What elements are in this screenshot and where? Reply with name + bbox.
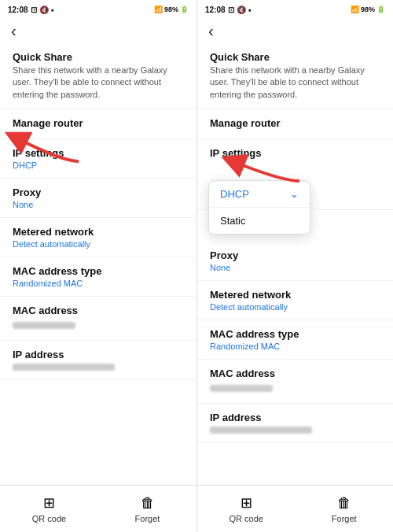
dot-icon: ● (51, 7, 54, 13)
status-right-right: 📶 98% 🔋 (351, 6, 385, 13)
section-ip-settings-right[interactable]: IP settings DHCP ⌄ Static (197, 139, 393, 210)
quick-share-sub-left: Share this network with a nearby Galaxy … (13, 65, 184, 101)
status-left-right: 12:08 ⊡ 🔇 ● (205, 6, 252, 14)
content-left: Quick Share Share this network with a ne… (0, 43, 196, 532)
quick-share-title-left: Quick Share (13, 51, 184, 63)
manage-router-title-right: Manage router (210, 117, 380, 129)
screenshot-icon: ⊡ (31, 6, 37, 14)
ip-settings-title-left: IP settings (13, 147, 184, 159)
status-right-left: 📶 98% 🔋 (154, 6, 189, 13)
bottom-bar-right: ⊞ QR code 🗑 Forget (197, 485, 393, 532)
metered-value-right: Detect automatically (210, 302, 380, 312)
dot-icon-r: ● (248, 7, 252, 13)
mac-blurred-right (210, 385, 273, 392)
battery-text: 98% (164, 6, 178, 13)
manage-router-title-left: Manage router (13, 117, 184, 129)
dropdown-static[interactable]: Static (209, 207, 310, 234)
bottom-bar-left: ⊞ QR code 🗑 Forget (0, 485, 196, 532)
quick-share-title-right: Quick Share (210, 51, 380, 63)
section-metered-left[interactable]: Metered network Detect automatically (0, 218, 196, 257)
section-mac-left: MAC address (0, 297, 196, 341)
chevron-down-icon: ⌄ (290, 188, 299, 200)
ip-settings-title-right: IP settings (210, 147, 380, 159)
ip-addr-blurred-left (13, 364, 115, 371)
ip-settings-value-left: DHCP (13, 161, 184, 170)
metered-value-left: Detect automatically (13, 239, 184, 249)
content-right: Quick Share Share this network with a ne… (197, 43, 393, 532)
section-manage-router-left[interactable]: Manage router (0, 109, 196, 139)
section-manage-router-right[interactable]: Manage router (197, 109, 393, 139)
qr-icon-right: ⊞ (241, 494, 252, 512)
mac-blurred-left (13, 322, 75, 329)
battery-text-r: 98% (361, 6, 375, 13)
status-bar-right: 12:08 ⊡ 🔇 ● 📶 98% 🔋 (197, 0, 393, 17)
static-label: Static (220, 215, 246, 227)
right-panel: 12:08 ⊡ 🔇 ● 📶 98% 🔋 ‹ Quick Share Share … (196, 0, 393, 532)
section-mac-type-right[interactable]: MAC address type Randomized MAC (197, 320, 393, 360)
ip-addr-title-left: IP address (13, 349, 184, 360)
dropdown-dhcp[interactable]: DHCP ⌄ (209, 181, 310, 207)
qr-icon-left: ⊞ (43, 494, 55, 512)
section-proxy-left[interactable]: Proxy None (0, 179, 196, 218)
time-right: 12:08 (205, 6, 226, 14)
mac-title-right: MAC address (210, 368, 380, 379)
sound-icon: 🔇 (39, 6, 49, 14)
back-button-right[interactable]: ‹ (197, 17, 393, 43)
battery-icon: 🔋 (180, 6, 189, 13)
metered-title-right: Metered network (210, 289, 380, 301)
qr-code-button-left[interactable]: ⊞ QR code (0, 488, 98, 530)
qr-code-label-left: QR code (32, 514, 66, 523)
section-quick-share-right: Quick Share Share this network with a ne… (197, 43, 393, 109)
quick-share-sub-right: Share this network with a nearby Galaxy … (210, 65, 380, 101)
left-panel: 12:08 ⊡ 🔇 ● 📶 98% 🔋 ‹ Quick Share Share … (0, 0, 196, 532)
section-metered-right[interactable]: Metered network Detect automatically (197, 281, 393, 320)
back-button-left[interactable]: ‹ (0, 17, 196, 43)
forget-button-left[interactable]: 🗑 Forget (98, 489, 196, 530)
section-proxy-right[interactable]: Proxy None (197, 242, 393, 281)
status-left: 12:08 ⊡ 🔇 ● (8, 6, 54, 14)
section-ip-settings-left[interactable]: IP settings DHCP (0, 139, 196, 179)
proxy-value-right: None (210, 263, 380, 272)
forget-button-right[interactable]: 🗑 Forget (296, 489, 394, 530)
time-left: 12:08 (8, 6, 28, 14)
section-quick-share-left: Quick Share Share this network with a ne… (0, 43, 196, 109)
section-mac-type-left[interactable]: MAC address type Randomized MAC (0, 257, 196, 297)
mac-type-value-left: Randomized MAC (13, 279, 184, 288)
sound-icon-r: 🔇 (237, 6, 246, 14)
section-ip-addr-left: IP address (0, 341, 196, 379)
mac-type-title-right: MAC address type (210, 328, 380, 340)
forget-label-right: Forget (332, 514, 357, 523)
trash-icon-right: 🗑 (337, 495, 351, 512)
qr-code-label-right: QR code (230, 514, 263, 523)
trash-icon-left: 🗑 (141, 495, 155, 512)
section-mac-right: MAC address (197, 360, 393, 404)
mac-title-left: MAC address (13, 305, 184, 316)
battery-icon-r: 🔋 (376, 6, 385, 13)
metered-title-left: Metered network (13, 226, 184, 238)
mac-type-title-left: MAC address type (13, 265, 184, 277)
qr-code-button-right[interactable]: ⊞ QR code (197, 488, 296, 530)
status-bar-left: 12:08 ⊡ 🔇 ● 📶 98% 🔋 (0, 0, 196, 17)
ip-settings-dropdown[interactable]: DHCP ⌄ Static (208, 180, 310, 235)
dhcp-label: DHCP (220, 188, 249, 200)
forget-label-left: Forget (135, 514, 160, 523)
ip-addr-title-right: IP address (210, 412, 380, 423)
section-ip-addr-right: IP address (197, 404, 393, 442)
proxy-title-left: Proxy (13, 187, 184, 198)
ip-addr-blurred-right (210, 427, 312, 434)
mac-type-value-right: Randomized MAC (210, 342, 380, 351)
signal-icon: 📶 (154, 6, 163, 13)
proxy-value-left: None (13, 200, 184, 209)
screenshot-icon-r: ⊡ (228, 6, 234, 14)
signal-icon-r: 📶 (351, 6, 359, 13)
proxy-title-right: Proxy (210, 249, 380, 261)
